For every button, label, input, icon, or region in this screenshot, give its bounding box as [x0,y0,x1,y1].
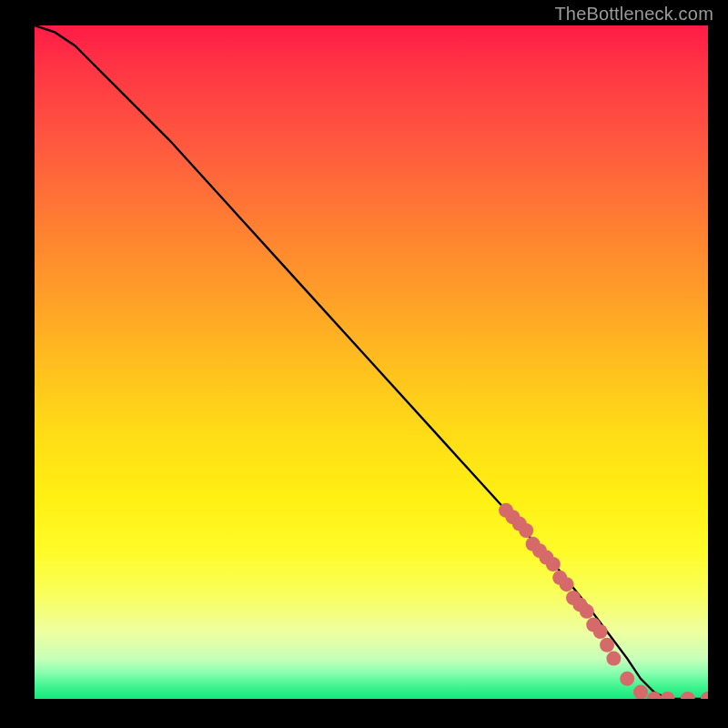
highlight-dot [593,624,608,639]
plot-svg [35,25,708,699]
highlight-dot [633,685,648,699]
highlight-dot [620,672,634,686]
highlight-dot [519,523,533,538]
highlight-dot [546,557,561,571]
highlight-dot [647,692,662,699]
highlight-dot [580,604,594,619]
highlight-dot [560,577,574,592]
highlight-dot [600,638,614,652]
series-curve [35,25,708,699]
highlight-dots [499,503,708,699]
chart-stage: TheBottleneck.com [0,0,728,728]
highlight-dot [606,652,621,666]
highlight-dot [701,692,708,699]
highlight-dot [681,692,695,699]
credit-label: TheBottleneck.com [554,4,713,25]
highlight-dot [661,692,675,699]
